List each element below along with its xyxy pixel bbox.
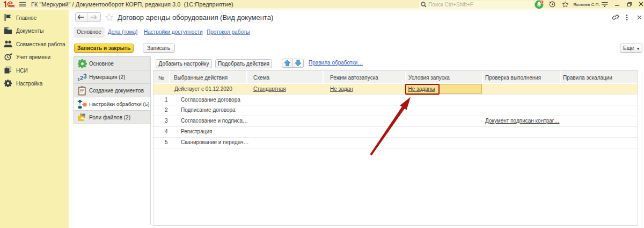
svg-text:3: 3 [83,73,87,80]
svg-text:1: 1 [541,1,543,4]
